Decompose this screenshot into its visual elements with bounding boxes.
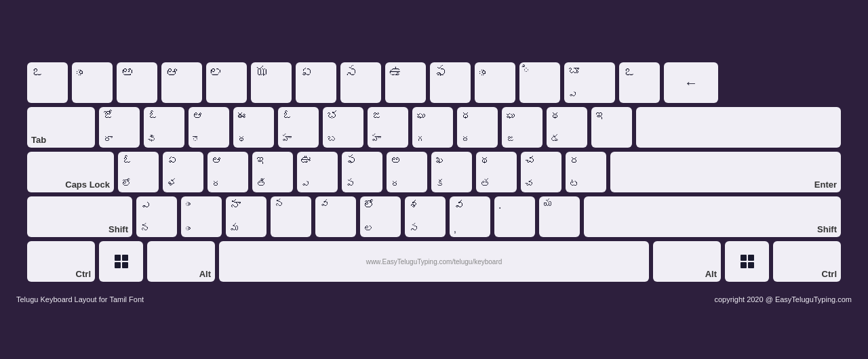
- key-backslash2-top: ఒ: [623, 65, 637, 81]
- key-f-bottom: తి: [256, 179, 267, 190]
- key-z-top: ఎ: [140, 199, 151, 211]
- key-v[interactable]: న: [271, 196, 311, 237]
- key-w[interactable]: ఓ ఛి: [144, 107, 184, 148]
- key-5[interactable]: ఝ: [251, 62, 292, 103]
- key-9[interactable]: ఫ: [430, 62, 471, 103]
- key-m[interactable]: శ స: [405, 196, 446, 237]
- key-6[interactable]: ఏ: [296, 62, 336, 103]
- key-t[interactable]: ఓ హా: [278, 107, 319, 148]
- key-4[interactable]: ల: [206, 62, 247, 103]
- key-l[interactable]: థ త: [476, 152, 517, 192]
- keyboard-row-3: Caps Lock ఓ లో ఏ ళ ఆ ర ఇ తి ఊ ఎ ఫ ప అ ర: [27, 152, 841, 192]
- key-ctrl-right[interactable]: Ctrl: [773, 241, 841, 282]
- key-alt-right[interactable]: Alt: [653, 241, 721, 282]
- key-3[interactable]: ఆ: [161, 62, 202, 103]
- key-alt-left[interactable]: Alt: [147, 241, 215, 282]
- key-d-top: ఆ: [212, 154, 222, 167]
- key-1[interactable]: ం: [72, 62, 113, 103]
- key-semi-top: చ: [525, 154, 536, 167]
- key-i-top: ఘ: [416, 110, 427, 122]
- key-shift-right[interactable]: Shift: [584, 196, 841, 237]
- key-8-top: ఉ: [389, 65, 403, 81]
- key-comma-top: వ: [454, 199, 465, 211]
- key-p[interactable]: ఘ జ: [502, 107, 542, 148]
- key-v-bottom: న: [275, 199, 284, 210]
- tab-label: Tab: [31, 135, 46, 145]
- key-k[interactable]: ఖ క: [431, 152, 472, 192]
- key-u-bottom: హా: [372, 134, 381, 145]
- key-b[interactable]: వ: [315, 196, 356, 237]
- key-ctrl-left[interactable]: Ctrl: [27, 241, 95, 282]
- key-backslash2[interactable]: ఒ: [619, 62, 660, 103]
- key-tab[interactable]: Tab: [27, 107, 95, 148]
- key-semicolon[interactable]: చ చ: [521, 152, 561, 192]
- key-tilde[interactable]: ఒ: [27, 62, 68, 103]
- key-space[interactable]: www.EasyTeluguTyping.com/telugu/keyboard: [219, 241, 649, 282]
- key-0[interactable]: ం: [475, 62, 515, 103]
- ctrl-right-label: Ctrl: [822, 269, 837, 279]
- key-backspace[interactable]: ←: [664, 62, 718, 103]
- alt-left-label: Alt: [199, 269, 211, 279]
- key-r-bottom: థ: [237, 134, 247, 145]
- key-x-top: ం: [185, 199, 190, 210]
- key-win-right[interactable]: [725, 241, 769, 282]
- key-p-top: ఘ: [506, 110, 517, 122]
- key-z[interactable]: ఎ న: [136, 196, 177, 237]
- key-bracket-l[interactable]: థ డ: [547, 107, 587, 148]
- keyboard-row-2: Tab జో రా ఓ ఛి ఆ ా ఈ థ ఓ హా భ బ జ హా: [27, 107, 841, 148]
- key-n-top: లో: [364, 199, 375, 211]
- key-quote[interactable]: ర ట: [566, 152, 606, 192]
- key-s-top: ఏ: [167, 154, 178, 167]
- key-shift-left[interactable]: Shift: [27, 196, 132, 237]
- key-f[interactable]: ఇ తి: [252, 152, 293, 192]
- key-backslash[interactable]: [636, 107, 841, 148]
- key-x-bottom: ం: [185, 224, 190, 234]
- keyboard-container: ఒ ం అ ఆ ల ఝ ఏ స ఉ ఫ ం: [14, 56, 854, 293]
- key-j[interactable]: అ ర: [387, 152, 427, 192]
- key-8[interactable]: ఉ: [385, 62, 426, 103]
- key-t-bottom: హా: [282, 134, 292, 145]
- key-c[interactable]: నా మ: [226, 196, 267, 237]
- key-equal[interactable]: బూ ఎ: [564, 62, 615, 103]
- key-period-bottom: .: [498, 199, 501, 211]
- windows-icon-right: [741, 255, 754, 268]
- shift-right-label: Shift: [817, 224, 837, 234]
- key-a-top: ఓ: [122, 154, 133, 167]
- key-d[interactable]: ఆ ర: [208, 152, 248, 192]
- key-enter[interactable]: Enter: [610, 152, 841, 192]
- key-o[interactable]: ధ ద: [457, 107, 498, 148]
- key-z-bottom: న: [140, 224, 150, 234]
- key-r-top: ఈ: [237, 110, 248, 122]
- key-j-top: అ: [391, 154, 401, 167]
- key-2[interactable]: అ: [117, 62, 157, 103]
- key-l-top: థ: [480, 154, 491, 167]
- key-c-top: నా: [230, 199, 241, 211]
- key-comma-bottom: ,: [454, 224, 456, 234]
- key-u[interactable]: జ హా: [368, 107, 408, 148]
- key-i-bottom: గ: [416, 134, 426, 145]
- key-y[interactable]: భ బ: [323, 107, 363, 148]
- key-b-bottom: వ: [319, 199, 330, 210]
- key-9-top: ఫ: [434, 65, 448, 81]
- shift-left-label: Shift: [108, 224, 128, 234]
- key-s[interactable]: ఏ ళ: [163, 152, 203, 192]
- key-comma[interactable]: వ ,: [450, 196, 490, 237]
- key-period[interactable]: .: [494, 196, 535, 237]
- key-bracket-r[interactable]: ఇ: [591, 107, 632, 148]
- key-e[interactable]: ఆ ా: [189, 107, 229, 148]
- key-quote-top: ర: [570, 154, 580, 167]
- key-i[interactable]: ఘ గ: [412, 107, 453, 148]
- key-slash[interactable]: య: [539, 196, 580, 237]
- keyboard-title: Telugu Keyboard Layout for Tamil Font: [16, 295, 144, 303]
- key-n[interactable]: లో ల: [360, 196, 401, 237]
- key-x[interactable]: ం ం: [181, 196, 222, 237]
- key-r[interactable]: ఈ థ: [233, 107, 274, 148]
- key-7[interactable]: స: [340, 62, 381, 103]
- key-g[interactable]: ఊ ఎ: [297, 152, 338, 192]
- key-a[interactable]: ఓ లో: [118, 152, 159, 192]
- key-win-left[interactable]: [99, 241, 143, 282]
- key-capslock[interactable]: Caps Lock: [27, 152, 114, 192]
- key-q[interactable]: జో రా: [99, 107, 140, 148]
- key-h[interactable]: ఫ ప: [342, 152, 382, 192]
- key-minus[interactable]: ి: [519, 62, 560, 103]
